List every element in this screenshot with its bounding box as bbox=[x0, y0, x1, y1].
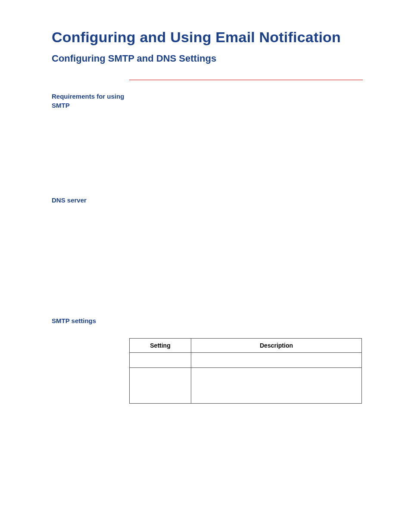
smtp-settings-table: Setting Description bbox=[129, 338, 362, 404]
table-header-setting: Setting bbox=[130, 339, 191, 353]
side-heading-requirements: Requirements for using SMTP bbox=[52, 92, 125, 110]
divider-rule bbox=[129, 80, 363, 80]
table-cell-description bbox=[191, 353, 362, 368]
section-heading: Configuring SMTP and DNS Settings bbox=[52, 53, 363, 64]
side-heading-dns: DNS server bbox=[52, 196, 125, 205]
table-cell-setting bbox=[130, 368, 191, 404]
document-page: Configuring and Using Email Notification… bbox=[0, 0, 411, 532]
table-cell-description bbox=[191, 368, 362, 404]
table-cell-setting bbox=[130, 353, 191, 368]
side-heading-smtp: SMTP settings bbox=[52, 317, 125, 325]
table-header-description: Description bbox=[191, 339, 362, 353]
smtp-settings-table-container: Setting Description bbox=[129, 338, 363, 404]
table-header-row: Setting Description bbox=[130, 339, 362, 353]
page-title: Configuring and Using Email Notification bbox=[52, 29, 363, 45]
table-row bbox=[130, 353, 362, 368]
table-row bbox=[130, 368, 362, 404]
